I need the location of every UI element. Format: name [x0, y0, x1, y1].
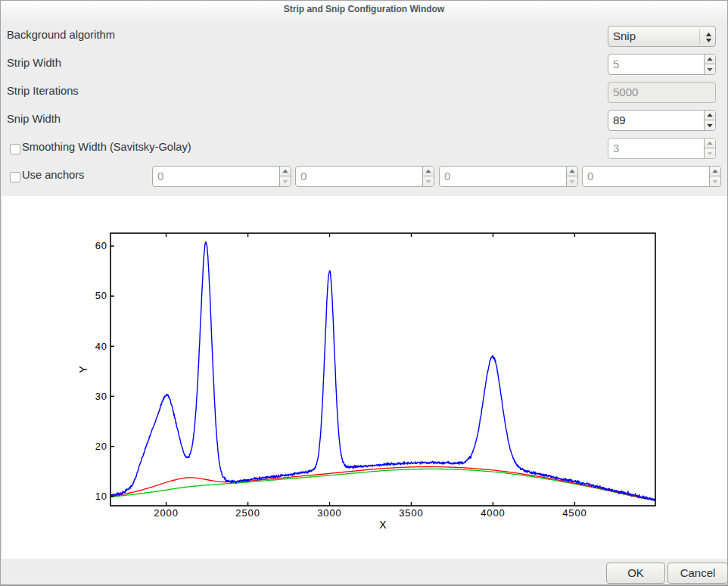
svg-text:3500: 3500	[399, 507, 424, 519]
svg-text:4000: 4000	[481, 507, 506, 519]
svg-text:30: 30	[95, 391, 107, 402]
svg-text:4500: 4500	[562, 507, 587, 519]
svg-text:2500: 2500	[235, 507, 260, 519]
svg-text:3000: 3000	[317, 507, 342, 519]
svg-text:50: 50	[95, 290, 107, 301]
svg-text:40: 40	[95, 341, 107, 352]
svg-text:X: X	[379, 519, 387, 531]
svg-text:Y: Y	[77, 366, 89, 373]
svg-text:20: 20	[95, 441, 107, 452]
svg-text:10: 10	[95, 491, 107, 502]
svg-text:2000: 2000	[154, 507, 179, 519]
svg-text:60: 60	[95, 240, 107, 251]
